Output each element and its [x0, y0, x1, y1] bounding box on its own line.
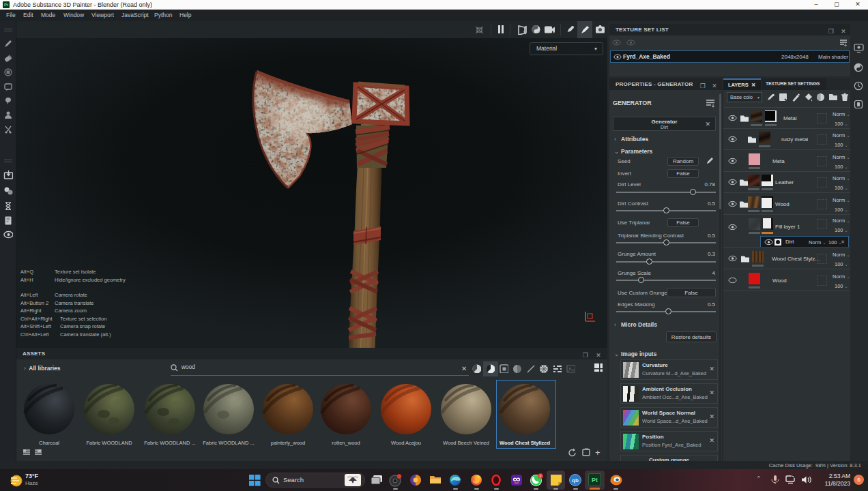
svg-text:qb: qb	[572, 477, 579, 483]
